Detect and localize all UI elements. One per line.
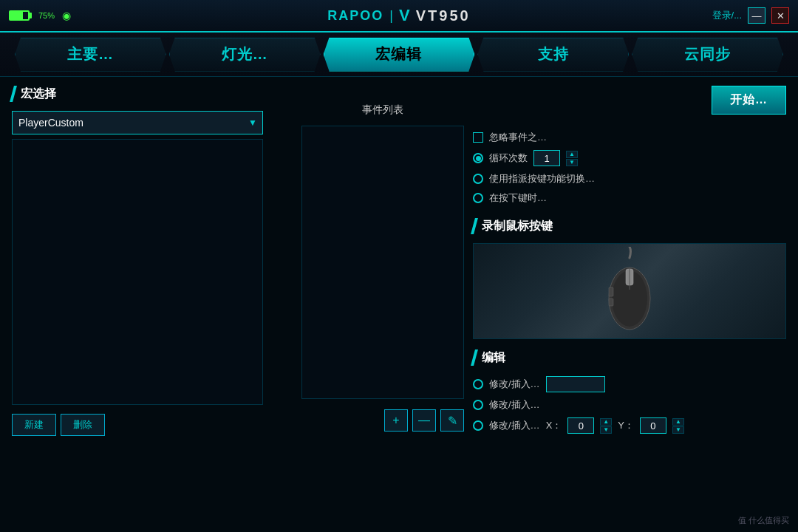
- hold-key-row: 在按下键时…: [473, 191, 786, 205]
- edit-event-button[interactable]: ✎: [440, 409, 464, 432]
- edit-section: 编辑 修改/插入… 修改/插入… 修改/插入… X： ▲ ▼ Y：: [473, 349, 786, 434]
- section-slash-edit-icon: [471, 349, 478, 366]
- edit-section-header: 编辑: [473, 349, 786, 366]
- edit-row-2: 修改/插入…: [473, 398, 786, 412]
- loop-count-row: 循环次数 ▲ ▼: [473, 150, 786, 166]
- edit-row1-input[interactable]: [546, 376, 605, 392]
- edit-row-3: 修改/插入… X： ▲ ▼ Y： ▲ ▼: [473, 417, 786, 434]
- event-list-area: [301, 126, 464, 399]
- logo-v-icon: V: [399, 6, 410, 25]
- minimize-button[interactable]: —: [748, 7, 765, 24]
- new-macro-button[interactable]: 新建: [12, 414, 56, 436]
- y-label: Y：: [618, 419, 634, 432]
- svg-rect-4: [609, 287, 613, 296]
- edit-section-title: 编辑: [482, 350, 505, 366]
- x-input[interactable]: [567, 417, 594, 434]
- edit-row3-radio[interactable]: [473, 420, 483, 431]
- tab-macro[interactable]: 宏编辑: [324, 38, 475, 72]
- macro-list-area: [12, 139, 263, 405]
- macro-dropdown[interactable]: PlayerCustom: [12, 111, 263, 134]
- right-panel: 开始… 忽略事件之… 循环次数 ▲ ▼ 使用指派按键功能切换…: [473, 86, 786, 523]
- record-section: 录制鼠标按键: [473, 218, 786, 339]
- loop-count-radio[interactable]: [473, 153, 483, 163]
- options-section: 忽略事件之… 循环次数 ▲ ▼ 使用指派按键功能切换… 在按下键时…: [473, 125, 786, 211]
- middle-panel: 事件列表 + — ✎: [301, 86, 464, 523]
- title-bar-right: 登录/... — ✕: [712, 7, 789, 24]
- loop-count-spinner: ▲ ▼: [566, 151, 578, 166]
- hold-key-label: 在按下键时…: [489, 191, 547, 205]
- title-bar: 75% ◉ rapoo | V VT950 登录/... — ✕: [0, 0, 798, 33]
- battery-icon: [9, 10, 30, 21]
- y-up-button[interactable]: ▲: [672, 418, 684, 426]
- x-label: X：: [546, 419, 562, 432]
- ignore-events-label: 忽略事件之…: [489, 131, 547, 144]
- left-panel: 宏选择 PlayerCustom ▼ 新建 删除: [12, 86, 293, 523]
- section-slash-record-icon: [471, 218, 478, 234]
- logo-divider: |: [389, 8, 393, 24]
- logo-rapoo: rapoo: [327, 8, 383, 24]
- ignore-events-checkbox[interactable]: [473, 132, 483, 143]
- edit-row1-label: 修改/插入…: [489, 378, 540, 391]
- tab-support[interactable]: 支持: [477, 38, 629, 72]
- loop-count-down[interactable]: ▼: [566, 159, 578, 166]
- loop-count-label: 循环次数: [489, 151, 528, 165]
- logo-model: VT950: [416, 7, 471, 24]
- edit-row2-radio[interactable]: [473, 400, 483, 410]
- edit-row1-radio[interactable]: [473, 379, 483, 389]
- edit-row3-label: 修改/插入…: [489, 419, 540, 432]
- edit-row2-label: 修改/插入…: [489, 398, 540, 412]
- watermark: 值 什么值得买: [738, 515, 789, 526]
- loop-count-up[interactable]: ▲: [566, 151, 578, 158]
- macro-dropdown-wrap: PlayerCustom ▼: [12, 111, 263, 134]
- add-event-button[interactable]: +: [384, 409, 408, 432]
- event-list-label: 事件列表: [301, 103, 464, 117]
- battery-percent: 75%: [38, 11, 55, 20]
- wifi-icon: ◉: [62, 10, 71, 21]
- tab-cloud[interactable]: 云同步: [632, 38, 783, 72]
- mouse-image-area: [473, 243, 786, 339]
- x-up-button[interactable]: ▲: [600, 418, 612, 426]
- edit-row-1: 修改/插入…: [473, 376, 786, 392]
- y-down-button[interactable]: ▼: [672, 426, 684, 434]
- macro-list-buttons: 新建 删除: [12, 414, 293, 436]
- login-button[interactable]: 登录/...: [712, 9, 742, 22]
- main-content: 宏选择 PlayerCustom ▼ 新建 删除 事件列表 + — ✎ 开始…: [0, 77, 798, 532]
- event-list-buttons: + — ✎: [301, 409, 464, 432]
- func-switch-label: 使用指派按键功能切换…: [489, 172, 595, 185]
- ignore-events-row: 忽略事件之…: [473, 131, 786, 144]
- hold-key-radio[interactable]: [473, 193, 483, 203]
- start-button[interactable]: 开始…: [712, 86, 786, 115]
- section-slash-icon: [10, 86, 17, 102]
- macro-section-title: 宏选择: [21, 86, 56, 102]
- x-down-button[interactable]: ▼: [600, 426, 612, 434]
- macro-selector-section: 宏选择 PlayerCustom ▼ 新建 删除: [12, 86, 293, 436]
- record-section-title: 录制鼠标按键: [482, 219, 553, 234]
- record-section-header: 录制鼠标按键: [473, 218, 786, 234]
- remove-event-button[interactable]: —: [412, 409, 436, 432]
- tab-lighting[interactable]: 灯光…: [169, 38, 321, 72]
- x-spinner: ▲ ▼: [600, 418, 612, 434]
- title-logo: rapoo | V VT950: [327, 6, 470, 25]
- nav-tabs: 主要… 灯光… 宏编辑 支持 云同步: [0, 33, 798, 77]
- y-spinner: ▲ ▼: [672, 418, 684, 434]
- svg-rect-5: [609, 299, 613, 306]
- loop-count-input[interactable]: [533, 150, 560, 166]
- mouse-illustration: [604, 247, 655, 335]
- close-button[interactable]: ✕: [771, 7, 789, 24]
- func-switch-row: 使用指派按键功能切换…: [473, 172, 786, 185]
- title-bar-left: 75% ◉: [9, 10, 71, 21]
- tab-main[interactable]: 主要…: [15, 38, 166, 72]
- func-switch-radio[interactable]: [473, 174, 483, 184]
- delete-macro-button[interactable]: 删除: [61, 414, 105, 436]
- macro-section-header: 宏选择: [12, 86, 293, 102]
- y-input[interactable]: [640, 417, 666, 434]
